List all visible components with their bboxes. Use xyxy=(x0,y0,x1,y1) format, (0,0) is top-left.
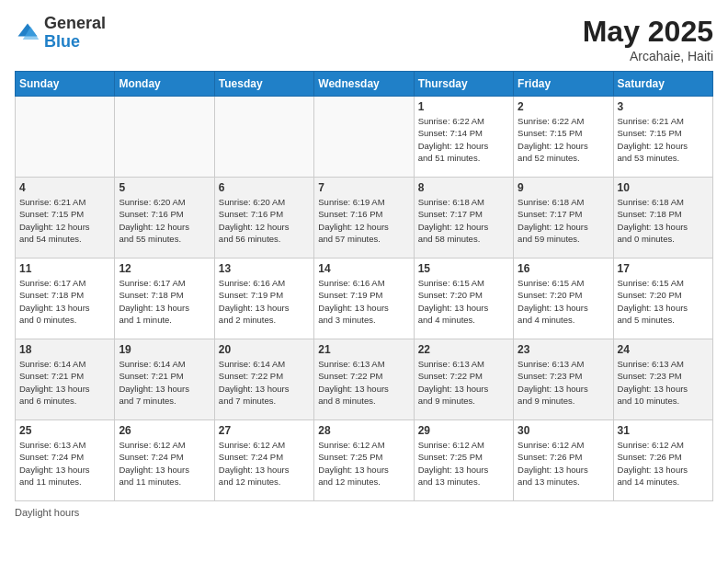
calendar-cell: 14Sunrise: 6:16 AM Sunset: 7:19 PM Dayli… xyxy=(314,259,414,339)
day-number: 23 xyxy=(518,343,609,356)
logo-blue: Blue xyxy=(44,33,106,52)
calendar-cell: 25Sunrise: 6:13 AM Sunset: 7:24 PM Dayli… xyxy=(16,420,115,501)
day-info: Sunrise: 6:12 AM Sunset: 7:26 PM Dayligh… xyxy=(618,439,709,488)
day-info: Sunrise: 6:18 AM Sunset: 7:17 PM Dayligh… xyxy=(418,196,509,245)
calendar-cell: 16Sunrise: 6:15 AM Sunset: 7:20 PM Dayli… xyxy=(514,259,613,339)
calendar-cell: 4Sunrise: 6:21 AM Sunset: 7:15 PM Daylig… xyxy=(16,178,115,259)
calendar-cell: 21Sunrise: 6:13 AM Sunset: 7:22 PM Dayli… xyxy=(314,339,414,420)
calendar-cell: 9Sunrise: 6:18 AM Sunset: 7:17 PM Daylig… xyxy=(514,178,613,259)
day-number: 22 xyxy=(418,343,509,356)
daylight-hours-label: Daylight hours xyxy=(15,507,79,518)
calendar-cell: 27Sunrise: 6:12 AM Sunset: 7:24 PM Dayli… xyxy=(214,420,313,501)
day-info: Sunrise: 6:15 AM Sunset: 7:20 PM Dayligh… xyxy=(618,277,709,326)
day-number: 14 xyxy=(318,262,409,275)
day-info: Sunrise: 6:20 AM Sunset: 7:16 PM Dayligh… xyxy=(219,196,310,245)
day-info: Sunrise: 6:13 AM Sunset: 7:23 PM Dayligh… xyxy=(518,358,609,407)
day-number: 7 xyxy=(318,181,409,194)
weekday-header-wednesday: Wednesday xyxy=(314,72,414,97)
calendar-cell xyxy=(214,97,313,178)
title-block: May 2025 Arcahaie, Haiti xyxy=(583,15,713,63)
day-number: 6 xyxy=(219,181,310,194)
day-number: 18 xyxy=(19,343,110,356)
day-number: 13 xyxy=(219,262,310,275)
day-number: 30 xyxy=(518,424,609,437)
calendar-cell: 15Sunrise: 6:15 AM Sunset: 7:20 PM Dayli… xyxy=(414,259,513,339)
week-row-4: 18Sunrise: 6:14 AM Sunset: 7:21 PM Dayli… xyxy=(16,339,713,420)
calendar-cell: 29Sunrise: 6:12 AM Sunset: 7:25 PM Dayli… xyxy=(414,420,513,501)
calendar-cell: 1Sunrise: 6:22 AM Sunset: 7:14 PM Daylig… xyxy=(414,97,513,178)
day-info: Sunrise: 6:22 AM Sunset: 7:15 PM Dayligh… xyxy=(518,115,609,164)
weekday-header-row: SundayMondayTuesdayWednesdayThursdayFrid… xyxy=(16,72,713,97)
calendar-cell: 23Sunrise: 6:13 AM Sunset: 7:23 PM Dayli… xyxy=(514,339,613,420)
calendar-cell: 24Sunrise: 6:13 AM Sunset: 7:23 PM Dayli… xyxy=(613,339,712,420)
day-number: 27 xyxy=(219,424,310,437)
day-info: Sunrise: 6:14 AM Sunset: 7:21 PM Dayligh… xyxy=(119,358,210,407)
week-row-5: 25Sunrise: 6:13 AM Sunset: 7:24 PM Dayli… xyxy=(16,420,713,501)
day-info: Sunrise: 6:13 AM Sunset: 7:23 PM Dayligh… xyxy=(618,358,709,407)
logo: General Blue xyxy=(15,15,106,52)
calendar-cell: 8Sunrise: 6:18 AM Sunset: 7:17 PM Daylig… xyxy=(414,178,513,259)
calendar-cell: 13Sunrise: 6:16 AM Sunset: 7:19 PM Dayli… xyxy=(214,259,313,339)
day-info: Sunrise: 6:12 AM Sunset: 7:24 PM Dayligh… xyxy=(219,439,310,488)
day-info: Sunrise: 6:13 AM Sunset: 7:22 PM Dayligh… xyxy=(318,358,409,407)
day-number: 19 xyxy=(119,343,210,356)
calendar-cell: 5Sunrise: 6:20 AM Sunset: 7:16 PM Daylig… xyxy=(115,178,214,259)
weekday-header-tuesday: Tuesday xyxy=(214,72,313,97)
day-info: Sunrise: 6:17 AM Sunset: 7:18 PM Dayligh… xyxy=(119,277,210,326)
day-info: Sunrise: 6:15 AM Sunset: 7:20 PM Dayligh… xyxy=(518,277,609,326)
calendar-cell: 22Sunrise: 6:13 AM Sunset: 7:22 PM Dayli… xyxy=(414,339,513,420)
weekday-header-saturday: Saturday xyxy=(613,72,712,97)
location: Arcahaie, Haiti xyxy=(583,49,713,63)
day-info: Sunrise: 6:13 AM Sunset: 7:22 PM Dayligh… xyxy=(418,358,509,407)
calendar-cell xyxy=(115,97,214,178)
day-info: Sunrise: 6:18 AM Sunset: 7:18 PM Dayligh… xyxy=(618,196,709,245)
calendar-cell: 11Sunrise: 6:17 AM Sunset: 7:18 PM Dayli… xyxy=(16,259,115,339)
week-row-1: 1Sunrise: 6:22 AM Sunset: 7:14 PM Daylig… xyxy=(16,97,713,178)
day-number: 28 xyxy=(318,424,409,437)
day-info: Sunrise: 6:16 AM Sunset: 7:19 PM Dayligh… xyxy=(318,277,409,326)
logo-text: General Blue xyxy=(44,15,106,52)
calendar-cell: 18Sunrise: 6:14 AM Sunset: 7:21 PM Dayli… xyxy=(16,339,115,420)
calendar-cell: 20Sunrise: 6:14 AM Sunset: 7:22 PM Dayli… xyxy=(214,339,313,420)
day-info: Sunrise: 6:21 AM Sunset: 7:15 PM Dayligh… xyxy=(618,115,709,164)
calendar-cell: 2Sunrise: 6:22 AM Sunset: 7:15 PM Daylig… xyxy=(514,97,613,178)
day-info: Sunrise: 6:22 AM Sunset: 7:14 PM Dayligh… xyxy=(418,115,509,164)
day-number: 17 xyxy=(618,262,709,275)
day-info: Sunrise: 6:14 AM Sunset: 7:22 PM Dayligh… xyxy=(219,358,310,407)
month-year: May 2025 xyxy=(583,15,713,49)
calendar-cell: 12Sunrise: 6:17 AM Sunset: 7:18 PM Dayli… xyxy=(115,259,214,339)
calendar-cell: 31Sunrise: 6:12 AM Sunset: 7:26 PM Dayli… xyxy=(613,420,712,501)
day-info: Sunrise: 6:17 AM Sunset: 7:18 PM Dayligh… xyxy=(19,277,110,326)
weekday-header-thursday: Thursday xyxy=(414,72,513,97)
day-info: Sunrise: 6:12 AM Sunset: 7:26 PM Dayligh… xyxy=(518,439,609,488)
day-info: Sunrise: 6:12 AM Sunset: 7:25 PM Dayligh… xyxy=(318,439,409,488)
day-number: 16 xyxy=(518,262,609,275)
calendar-cell: 30Sunrise: 6:12 AM Sunset: 7:26 PM Dayli… xyxy=(514,420,613,501)
day-number: 29 xyxy=(418,424,509,437)
day-number: 12 xyxy=(119,262,210,275)
day-info: Sunrise: 6:16 AM Sunset: 7:19 PM Dayligh… xyxy=(219,277,310,326)
calendar-cell: 7Sunrise: 6:19 AM Sunset: 7:16 PM Daylig… xyxy=(314,178,414,259)
day-number: 24 xyxy=(618,343,709,356)
calendar-cell xyxy=(16,97,115,178)
day-number: 3 xyxy=(618,100,709,113)
calendar-cell: 19Sunrise: 6:14 AM Sunset: 7:21 PM Dayli… xyxy=(115,339,214,420)
calendar-cell: 10Sunrise: 6:18 AM Sunset: 7:18 PM Dayli… xyxy=(613,178,712,259)
day-info: Sunrise: 6:12 AM Sunset: 7:24 PM Dayligh… xyxy=(119,439,210,488)
calendar-cell: 28Sunrise: 6:12 AM Sunset: 7:25 PM Dayli… xyxy=(314,420,414,501)
day-info: Sunrise: 6:20 AM Sunset: 7:16 PM Dayligh… xyxy=(119,196,210,245)
day-number: 20 xyxy=(219,343,310,356)
day-number: 10 xyxy=(618,181,709,194)
day-number: 9 xyxy=(518,181,609,194)
day-info: Sunrise: 6:12 AM Sunset: 7:25 PM Dayligh… xyxy=(418,439,509,488)
week-row-2: 4Sunrise: 6:21 AM Sunset: 7:15 PM Daylig… xyxy=(16,178,713,259)
calendar-cell: 6Sunrise: 6:20 AM Sunset: 7:16 PM Daylig… xyxy=(214,178,313,259)
calendar: SundayMondayTuesdayWednesdayThursdayFrid… xyxy=(15,71,713,501)
day-info: Sunrise: 6:19 AM Sunset: 7:16 PM Dayligh… xyxy=(318,196,409,245)
day-number: 25 xyxy=(19,424,110,437)
day-number: 4 xyxy=(19,181,110,194)
day-number: 8 xyxy=(418,181,509,194)
day-number: 11 xyxy=(19,262,110,275)
weekday-header-friday: Friday xyxy=(514,72,613,97)
week-row-3: 11Sunrise: 6:17 AM Sunset: 7:18 PM Dayli… xyxy=(16,259,713,339)
